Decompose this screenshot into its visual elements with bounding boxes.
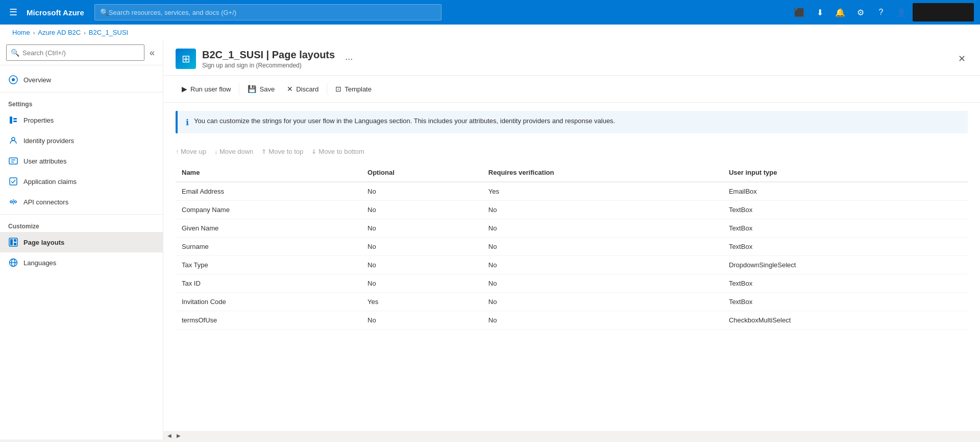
- content-area: ⊞ B2C_1_SUSI | Page layouts Sign up and …: [163, 40, 980, 439]
- sidebar-item-label-properties: Properties: [23, 117, 54, 124]
- search-input[interactable]: [109, 9, 436, 16]
- toolbar-separator-2: [327, 83, 327, 95]
- table-row[interactable]: Tax ID No No TextBox: [176, 274, 968, 293]
- toolbar: ▶ Run user flow 💾 Save ✕ Discard ⊡ Templ…: [163, 76, 980, 103]
- save-button[interactable]: 💾 Save: [241, 80, 281, 98]
- svg-rect-3: [13, 118, 17, 120]
- global-search[interactable]: 🔍: [94, 4, 442, 20]
- properties-icon: [8, 115, 18, 125]
- template-button[interactable]: ⊡ Template: [329, 80, 378, 98]
- svg-point-5: [12, 137, 15, 141]
- settings-icon[interactable]: ⚙: [851, 3, 870, 21]
- sidebar-search-input[interactable]: [22, 49, 140, 57]
- table-row[interactable]: Surname No No TextBox: [176, 238, 968, 256]
- cell-optional-3: No: [361, 238, 482, 256]
- cell-optional-4: No: [361, 256, 482, 274]
- sidebar-item-api-connectors[interactable]: API connectors: [0, 192, 163, 212]
- sidebar-item-page-layouts[interactable]: Page layouts: [0, 232, 163, 252]
- cloud-shell-icon[interactable]: ⬛: [790, 3, 808, 21]
- table-row[interactable]: Company Name No No TextBox: [176, 201, 968, 219]
- discard-icon: ✕: [287, 85, 293, 93]
- sidebar-item-label-languages: Languages: [23, 259, 56, 267]
- breadcrumb-azure-ad-b2c[interactable]: Azure AD B2C: [38, 29, 81, 36]
- page-header-text: B2C_1_SUSI | Page layouts Sign up and si…: [202, 49, 335, 69]
- customize-divider: [0, 214, 163, 215]
- cell-optional-2: No: [361, 219, 482, 238]
- cell-user-input-type-1: TextBox: [723, 201, 968, 219]
- cell-name-7: termsOfUse: [176, 311, 361, 330]
- cell-requires-verification-2: No: [482, 219, 723, 238]
- move-to-bottom-button[interactable]: ⇓ Move to bottom: [311, 146, 364, 157]
- cell-user-input-type-5: TextBox: [723, 274, 968, 293]
- sidebar: 🔍 « Overview Settings: [0, 40, 163, 439]
- cell-name-2: Given Name: [176, 219, 361, 238]
- page-title: B2C_1_SUSI | Page layouts: [202, 49, 335, 61]
- account-button[interactable]: [913, 3, 974, 21]
- sidebar-item-label-api-connectors: API connectors: [23, 198, 68, 206]
- move-up-icon: ↑: [176, 148, 179, 155]
- topbar: ☰ Microsoft Azure 🔍 ⬛ ⬇ 🔔 ⚙ ? 👤: [0, 0, 980, 25]
- user-attributes-icon: [8, 156, 18, 166]
- sidebar-item-application-claims[interactable]: Application claims: [0, 171, 163, 192]
- sidebar-item-properties[interactable]: Properties: [0, 110, 163, 130]
- move-up-button[interactable]: ↑ Move up: [176, 146, 206, 157]
- breadcrumb-b2c-susi[interactable]: B2C_1_SUSI: [89, 29, 128, 36]
- discard-button[interactable]: ✕ Discard: [281, 80, 325, 98]
- scroll-right-icon[interactable]: ▶: [175, 432, 183, 439]
- info-banner-text: You can customize the strings for your u…: [194, 117, 615, 125]
- page-layouts-icon: [8, 237, 18, 247]
- discard-label: Discard: [296, 85, 318, 93]
- cell-requires-verification-3: No: [482, 238, 723, 256]
- table-row[interactable]: termsOfUse No No CheckboxMultiSelect: [176, 311, 968, 330]
- breadcrumb-home[interactable]: Home: [12, 29, 30, 36]
- svg-point-1: [12, 78, 15, 81]
- application-claims-icon: [8, 176, 18, 187]
- save-icon: 💾: [248, 85, 256, 93]
- cell-name-3: Surname: [176, 238, 361, 256]
- run-user-flow-label: Run user flow: [190, 85, 231, 93]
- notifications-icon[interactable]: 🔔: [831, 3, 849, 21]
- sidebar-nav: Overview Settings Properties: [0, 65, 163, 277]
- overview-icon: [8, 75, 18, 85]
- cell-name-1: Company Name: [176, 201, 361, 219]
- sidebar-item-label-page-layouts: Page layouts: [23, 239, 64, 246]
- table-row[interactable]: Tax Type No No DropdownSingleSelect: [176, 256, 968, 274]
- sidebar-item-languages[interactable]: Languages: [0, 252, 163, 273]
- move-to-top-button[interactable]: ⇑ Move to top: [261, 146, 303, 157]
- table-row[interactable]: Invitation Code Yes No TextBox: [176, 293, 968, 311]
- sidebar-item-label-application-claims: Application claims: [23, 178, 77, 185]
- languages-icon: [8, 258, 18, 268]
- svg-rect-6: [9, 158, 17, 164]
- move-controls: ↑ Move up ↓ Move down ⇑ Move to top ⇓ Mo…: [163, 142, 980, 164]
- table-row[interactable]: Email Address No Yes EmailBox: [176, 182, 968, 201]
- bottom-scrollbar[interactable]: ◀ ▶: [163, 431, 980, 439]
- sidebar-search[interactable]: 🔍: [6, 44, 144, 61]
- svg-rect-18: [14, 243, 16, 245]
- sidebar-item-label-user-attributes: User attributes: [23, 157, 67, 165]
- sidebar-item-overview[interactable]: Overview: [0, 69, 163, 90]
- more-options-button[interactable]: ···: [345, 54, 353, 64]
- svg-rect-4: [13, 121, 17, 122]
- page-subtitle: Sign up and sign in (Recommended): [202, 62, 335, 69]
- upload-icon[interactable]: ⬇: [811, 3, 829, 21]
- table-header-row: Name Optional Requires verification User…: [176, 164, 968, 182]
- run-user-flow-button[interactable]: ▶ Run user flow: [176, 80, 237, 98]
- main-layout: 🔍 « Overview Settings: [0, 40, 980, 439]
- collapse-sidebar-button[interactable]: «: [148, 45, 157, 60]
- help-icon[interactable]: ?: [872, 3, 890, 21]
- search-icon: 🔍: [100, 8, 109, 16]
- cell-requires-verification-4: No: [482, 256, 723, 274]
- sidebar-item-identity-providers[interactable]: Identity providers: [0, 130, 163, 151]
- cell-name-0: Email Address: [176, 182, 361, 201]
- feedback-icon[interactable]: 👤: [892, 3, 911, 21]
- breadcrumb-sep-1: ›: [33, 30, 35, 36]
- sidebar-item-label-overview: Overview: [23, 76, 51, 84]
- scroll-left-icon[interactable]: ◀: [165, 432, 174, 439]
- close-button[interactable]: ✕: [956, 51, 968, 66]
- menu-icon[interactable]: ☰: [6, 4, 20, 21]
- sidebar-item-user-attributes[interactable]: User attributes: [0, 151, 163, 171]
- move-down-button[interactable]: ↓ Move down: [214, 146, 253, 157]
- page-header-icon: ⊞: [176, 49, 196, 69]
- breadcrumb-sep-2: ›: [84, 30, 86, 36]
- table-row[interactable]: Given Name No No TextBox: [176, 219, 968, 238]
